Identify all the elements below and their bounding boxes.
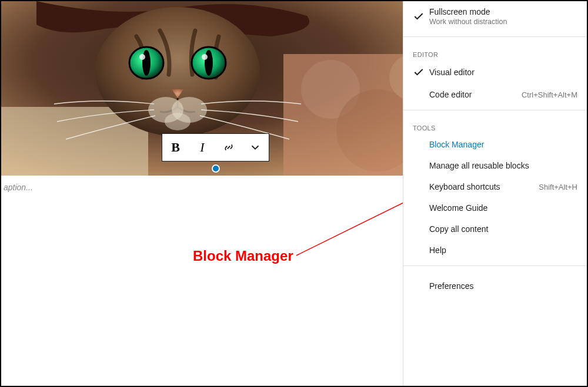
bold-button[interactable]: B — [162, 134, 189, 161]
chevron-down-icon — [249, 141, 262, 154]
group-label-tools: TOOLS — [403, 115, 587, 134]
more-formatting-button[interactable] — [242, 134, 269, 161]
italic-button[interactable]: I — [189, 134, 215, 161]
menu-item-title: Block Manager — [429, 140, 577, 149]
menu-item-title: Preferences — [429, 281, 577, 291]
menu-item-preferences[interactable]: Preferences — [403, 271, 587, 301]
menu-item-keyboard-shortcuts[interactable]: Keyboard shortcuts Shift+Alt+H — [403, 176, 587, 197]
menu-item-title: Welcome Guide — [429, 203, 577, 213]
image-resize-handle[interactable] — [212, 164, 220, 173]
editor-canvas: B I aption... Block Manager — [1, 1, 403, 386]
svg-point-10 — [205, 50, 213, 76]
svg-point-17 — [165, 113, 191, 130]
menu-item-title: Fullscreen mode — [429, 7, 577, 16]
menu-item-visual-editor[interactable]: Visual editor — [403, 60, 587, 84]
annotation-label: Block Manager — [193, 248, 293, 264]
svg-point-12 — [202, 54, 208, 60]
menu-item-title: Code editor — [429, 90, 517, 99]
menu-item-desc: Work without distraction — [429, 18, 577, 26]
svg-point-11 — [139, 54, 145, 60]
menu-item-fullscreen[interactable]: Fullscreen mode Work without distraction — [403, 1, 587, 32]
block-toolbar: B I — [162, 133, 269, 161]
menu-item-title: Manage all reusable blocks — [429, 161, 577, 170]
menu-item-code-editor[interactable]: Code editor Ctrl+Shift+Alt+M — [403, 84, 587, 105]
menu-item-block-manager[interactable]: Block Manager — [403, 134, 587, 155]
menu-item-title: Help — [429, 245, 577, 255]
link-button[interactable] — [216, 134, 242, 161]
menu-item-welcome-guide[interactable]: Welcome Guide — [403, 197, 587, 218]
menu-item-shortcut: Ctrl+Shift+Alt+M — [522, 90, 577, 99]
check-icon — [413, 11, 429, 22]
menu-item-shortcut: Shift+Alt+H — [539, 183, 577, 191]
options-menu: Fullscreen mode Work without distraction… — [403, 1, 587, 386]
menu-item-title: Visual editor — [429, 68, 577, 77]
menu-item-copy-all[interactable]: Copy all content — [403, 218, 587, 240]
link-icon — [222, 141, 235, 154]
menu-item-title: Copy all content — [429, 224, 577, 234]
image-caption-input[interactable]: aption... — [2, 180, 34, 194]
menu-item-title: Keyboard shortcuts — [429, 182, 534, 191]
svg-point-9 — [142, 50, 151, 76]
group-label-editor: EDITOR — [403, 42, 587, 60]
menu-item-reusable-blocks[interactable]: Manage all reusable blocks — [403, 155, 587, 176]
check-icon — [413, 66, 429, 78]
menu-item-help[interactable]: Help — [403, 240, 587, 261]
